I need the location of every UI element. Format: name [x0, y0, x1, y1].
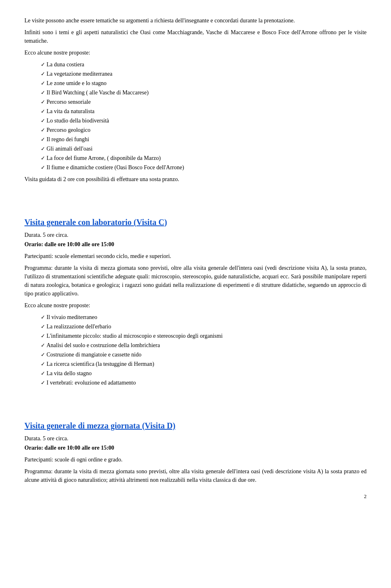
list-item: La vita dello stagno — [41, 369, 367, 378]
visitd-heading: Visita generale di mezza giornata (Visit… — [24, 420, 367, 432]
list-item: La realizzazione dell'erbario — [41, 322, 367, 331]
intro-para1: Le visite possono anche essere tematiche… — [24, 16, 367, 25]
list-item: Analisi del suolo e costruzione della lo… — [41, 341, 367, 350]
list-item: I vertebrati: evoluzione ed adattamento — [41, 378, 367, 387]
list-item: La foce del fiume Arrone, ( disponibile … — [41, 154, 367, 162]
checklist-c: Il vivaio mediterraneo La realizzazione … — [41, 313, 367, 387]
list-item: La vita da naturalista — [41, 107, 367, 116]
visit-closing: Visita guidata di 2 ore con possibilità … — [24, 175, 367, 184]
list-item: La vegetazione mediterranea — [41, 70, 367, 78]
list-item: La ricerca scientifica (la testuggine di… — [41, 360, 367, 368]
visitc-program: Programma: durante la visita di mezza gi… — [24, 264, 367, 298]
page-number: 2 — [24, 492, 367, 501]
visitd-participants: Partecipanti: scuole di ogni ordine e gr… — [24, 455, 367, 464]
checklist-b: La duna costiera La vegetazione mediterr… — [41, 60, 367, 172]
list-item: Le zone umide e lo stagno — [41, 79, 367, 87]
intro-para2: Infiniti sono i temi e gli aspetti natur… — [24, 28, 367, 45]
visitc-participants: Partecipanti: scuole elementari secondo … — [24, 252, 367, 260]
visitc-proposals-intro: Ecco alcune nostre proposte: — [24, 301, 367, 310]
list-item: Il Bird Watching ( alle Vasche di Maccar… — [41, 88, 367, 97]
list-item: Il vivaio mediterraneo — [41, 313, 367, 321]
visitc-duration: Durata. 5 ore circa. — [24, 231, 367, 239]
visitd-time: Orario: dalle ore 10:00 alle ore 15:00 — [24, 444, 367, 452]
list-item: Il regno dei funghi — [41, 135, 367, 144]
proposals-intro-b: Ecco alcune nostre proposte: — [24, 48, 367, 57]
list-item: Percorso geologico — [41, 126, 367, 134]
list-item: Costruzione di mangiatoie e cassette nid… — [41, 350, 367, 359]
visitc-time: Orario: dalle ore 10:00 alle ore 15:00 — [24, 240, 367, 249]
visitd-duration: Durata. 5 ore circa. — [24, 434, 367, 443]
list-item: Gli animali dell'oasi — [41, 144, 367, 153]
list-item: Lo studio della biodiversità — [41, 116, 367, 125]
list-item: L'infinitamente piccolo: studio al micro… — [41, 332, 367, 340]
list-item: Percorso sensoriale — [41, 98, 367, 106]
visitd-program: Programma: durante la visita di mezza gi… — [24, 467, 367, 484]
visitc-heading: Visita generale con laboratorio (Visita … — [24, 216, 367, 228]
list-item: Il fiume e dinamiche costiere (Oasi Bosc… — [41, 163, 367, 172]
list-item: La duna costiera — [41, 60, 367, 69]
